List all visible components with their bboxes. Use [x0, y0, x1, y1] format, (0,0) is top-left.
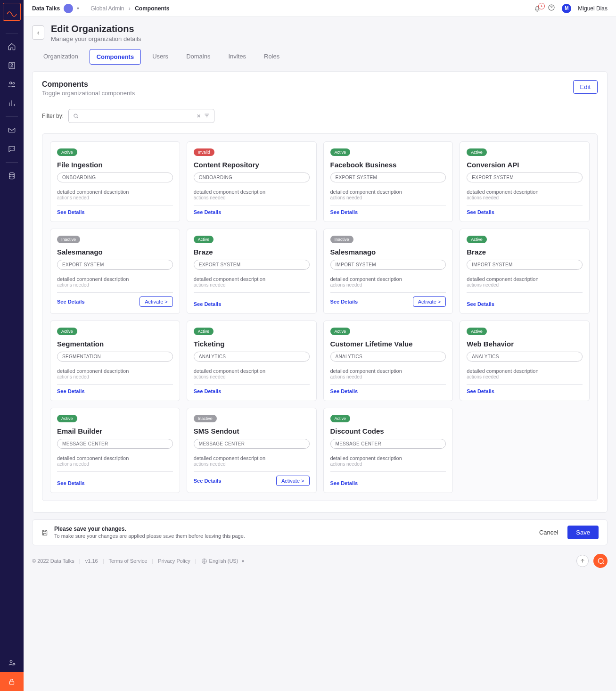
- user-avatar[interactable]: M: [562, 4, 571, 13]
- component-category: EXPORT SYSTEM: [467, 173, 583, 182]
- component-actions-needed: actions needed: [57, 195, 173, 200]
- nav-team-icon[interactable]: [0, 75, 24, 94]
- component-actions-needed: actions needed: [330, 461, 446, 467]
- see-details-link[interactable]: See Details: [194, 301, 222, 307]
- svg-point-2: [10, 82, 12, 84]
- footer-tos-link[interactable]: Terms of Service: [108, 558, 147, 564]
- support-chat-button[interactable]: [593, 554, 608, 568]
- nav-lock-icon[interactable]: [0, 672, 24, 691]
- component-card: ActiveCustomer Lifetime ValueANALYTICSde…: [323, 321, 453, 401]
- see-details-link[interactable]: See Details: [57, 299, 85, 304]
- chevron-down-icon: ▾: [242, 559, 244, 564]
- tab-invites[interactable]: Invites: [222, 49, 253, 65]
- component-description: detailed component description: [194, 455, 310, 461]
- nav-mail-icon[interactable]: [0, 121, 24, 140]
- see-details-link[interactable]: See Details: [194, 478, 222, 484]
- component-category: EXPORT SYSTEM: [57, 260, 173, 270]
- component-title: Conversion API: [467, 161, 583, 169]
- components-panel: Components Toggle organizational compone…: [32, 71, 608, 513]
- breadcrumb: Global Admin › Components: [90, 5, 169, 12]
- user-name[interactable]: Miguel Dias: [578, 5, 608, 12]
- component-card: ActiveTicketingANALYTICSdetailed compone…: [187, 321, 317, 401]
- see-details-link[interactable]: See Details: [330, 388, 358, 394]
- scroll-top-button[interactable]: [576, 555, 589, 567]
- component-card: ActiveFacebook BusinessEXPORT SYSTEMdeta…: [323, 141, 453, 222]
- component-description: detailed component description: [57, 455, 173, 461]
- clear-filter-icon[interactable]: ✕: [197, 113, 201, 119]
- breadcrumb-current: Components: [135, 5, 169, 12]
- page-header: ‹ Edit Organizations Manage your organiz…: [24, 17, 616, 42]
- tab-roles[interactable]: Roles: [257, 49, 286, 65]
- svg-rect-8: [10, 681, 14, 684]
- nav-analytics-icon[interactable]: [0, 94, 24, 113]
- help-button[interactable]: [548, 4, 555, 13]
- activate-button[interactable]: Activate >: [413, 296, 446, 307]
- status-pill: Active: [57, 148, 77, 156]
- status-pill: Inactive: [57, 236, 80, 243]
- status-pill: Active: [330, 148, 351, 156]
- filter-search[interactable]: ✕: [68, 109, 214, 123]
- component-title: Customer Lifetime Value: [330, 340, 446, 348]
- status-pill: Active: [330, 328, 351, 335]
- see-details-link[interactable]: See Details: [57, 209, 85, 215]
- component-category: ANALYTICS: [467, 352, 583, 362]
- component-description: detailed component description: [330, 455, 446, 461]
- filter-input[interactable]: [82, 113, 194, 119]
- tab-organization[interactable]: Organization: [37, 49, 85, 65]
- see-details-link[interactable]: See Details: [467, 209, 494, 215]
- component-card: InactiveSalesmanagoEXPORT SYSTEMdetailed…: [50, 229, 180, 314]
- save-button[interactable]: Save: [567, 526, 599, 539]
- back-button[interactable]: ‹: [32, 25, 44, 40]
- see-details-link[interactable]: See Details: [330, 480, 358, 486]
- see-details-link[interactable]: See Details: [57, 480, 85, 486]
- component-description: detailed component description: [194, 368, 310, 374]
- nav-database-icon[interactable]: [0, 166, 24, 185]
- help-icon: [548, 4, 555, 11]
- org-dropdown-chevron-icon[interactable]: ▾: [77, 6, 79, 11]
- filter-options-icon[interactable]: [204, 112, 210, 120]
- component-title: Discount Codes: [330, 427, 446, 435]
- notifications-button[interactable]: 1: [534, 5, 541, 12]
- see-details-link[interactable]: See Details: [467, 388, 494, 394]
- cancel-button[interactable]: Cancel: [534, 526, 563, 539]
- language-selector[interactable]: English (US) ▾: [201, 558, 245, 564]
- see-details-link[interactable]: See Details: [330, 209, 358, 215]
- nav-chat-icon[interactable]: [0, 140, 24, 158]
- page-title: Edit Organizations: [51, 24, 141, 34]
- component-description: detailed component description: [57, 368, 173, 374]
- tab-users[interactable]: Users: [146, 49, 175, 65]
- activate-button[interactable]: Activate >: [276, 476, 310, 486]
- see-details-link[interactable]: See Details: [467, 301, 494, 307]
- status-pill: Active: [467, 236, 487, 243]
- tab-components[interactable]: Components: [90, 49, 141, 65]
- component-card: ActiveDiscount CodesMESSAGE CENTERdetail…: [323, 408, 453, 493]
- component-title: Web Behavior: [467, 340, 583, 348]
- see-details-link[interactable]: See Details: [57, 388, 85, 394]
- component-description: detailed component description: [467, 276, 583, 282]
- component-actions-needed: actions needed: [194, 374, 310, 379]
- see-details-link[interactable]: See Details: [194, 388, 222, 394]
- footer-privacy-link[interactable]: Privacy Policy: [158, 558, 190, 564]
- status-pill: Active: [57, 328, 77, 335]
- see-details-link[interactable]: See Details: [194, 209, 222, 215]
- component-category: ONBOARDING: [194, 173, 310, 182]
- see-details-link[interactable]: See Details: [330, 299, 358, 304]
- svg-point-5: [9, 173, 15, 175]
- component-actions-needed: actions needed: [330, 195, 446, 200]
- component-category: IMPORT SYSTEM: [330, 260, 446, 270]
- org-avatar[interactable]: [64, 4, 73, 13]
- nav-user-settings-icon[interactable]: [0, 653, 24, 672]
- breadcrumb-root[interactable]: Global Admin: [90, 5, 124, 12]
- nav-user-icon[interactable]: [0, 56, 24, 75]
- component-description: detailed component description: [194, 276, 310, 282]
- side-rail: [0, 0, 24, 691]
- component-card: ActiveSegmentationSEGMENTATIONdetailed c…: [50, 321, 180, 401]
- component-actions-needed: actions needed: [467, 374, 583, 379]
- nav-home-icon[interactable]: [0, 37, 24, 56]
- activate-button[interactable]: Activate >: [140, 296, 173, 307]
- tab-domains[interactable]: Domains: [180, 49, 217, 65]
- edit-button[interactable]: Edit: [573, 80, 598, 94]
- savebar-msg: To make sure your changes are applied pl…: [54, 533, 245, 539]
- save-bar: Please save your changes. To make sure y…: [32, 519, 608, 545]
- svg-point-3: [13, 82, 15, 84]
